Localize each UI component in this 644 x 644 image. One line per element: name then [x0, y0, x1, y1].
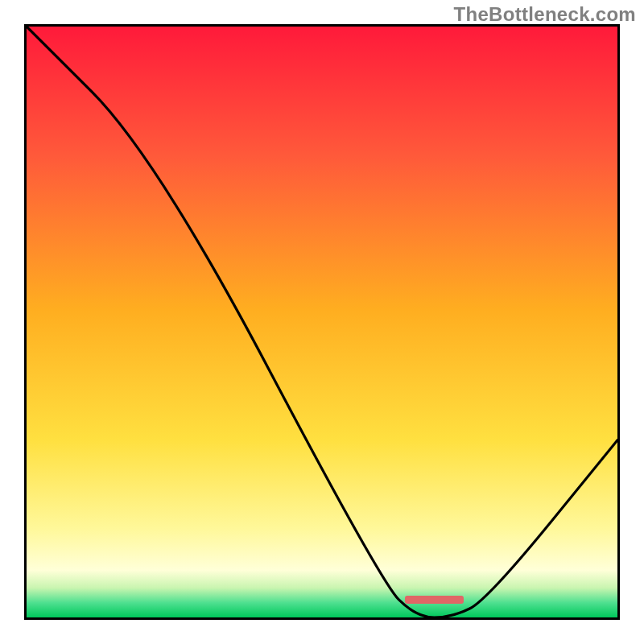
watermark-text: TheBottleneck.com: [454, 3, 636, 26]
optimal-range-marker: [405, 596, 464, 604]
chart-frame: TheBottleneck.com: [0, 0, 644, 644]
bottleneck-curve: [27, 27, 617, 617]
plot-area: [24, 24, 620, 620]
